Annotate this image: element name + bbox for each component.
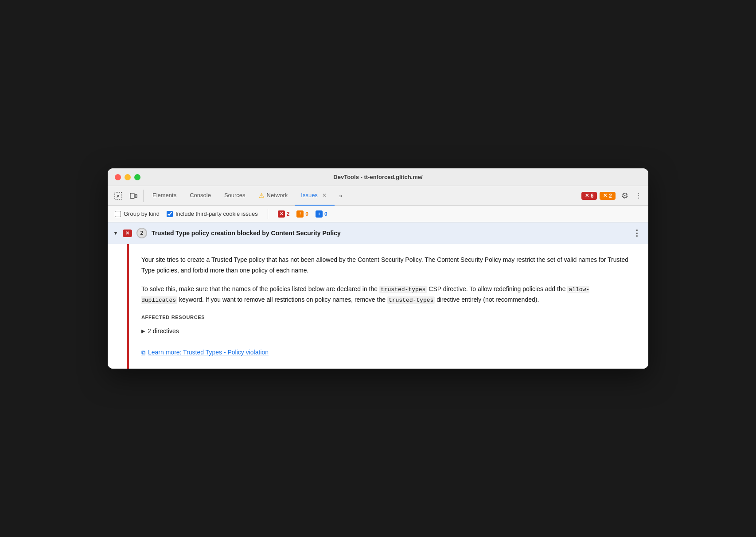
issue-description-2: To solve this, make sure that the names … xyxy=(141,284,634,305)
main-toolbar: Elements Console Sources ⚠ Network Issue… xyxy=(108,186,648,206)
group-by-kind-checkbox[interactable] xyxy=(115,211,121,217)
device-toggle-icon[interactable] xyxy=(126,189,140,203)
include-third-party-checkbox[interactable] xyxy=(167,211,173,217)
settings-icon[interactable]: ⚙ xyxy=(618,189,631,202)
tab-sources[interactable]: Sources xyxy=(218,186,252,206)
issue-count-badge: 2 xyxy=(136,228,147,238)
sub-toolbar-separator xyxy=(268,209,268,219)
close-button[interactable] xyxy=(115,174,121,180)
issue-error-badge: ✕ xyxy=(123,230,132,237)
tab-more[interactable]: » xyxy=(335,186,346,206)
title-bar: DevTools - tt-enforced.glitch.me/ xyxy=(108,168,648,186)
error-x-icon: ✕ xyxy=(125,230,129,236)
issue-content: Your site tries to create a Trusted Type… xyxy=(129,244,648,368)
sub-warning-badge[interactable]: ! 0 xyxy=(296,210,308,218)
affected-resources-title: AFFECTED RESOURCES xyxy=(141,313,634,322)
chevron-down-icon[interactable]: ▼ xyxy=(113,230,118,236)
sub-info-icon: i xyxy=(316,210,323,218)
error-badge[interactable]: ✕ 6 xyxy=(581,192,597,200)
inspector-icon[interactable] xyxy=(111,189,125,203)
tab-elements[interactable]: Elements xyxy=(146,186,183,206)
sub-warning-icon: ! xyxy=(296,210,304,218)
toolbar-divider xyxy=(143,190,144,202)
issue-body: Your site tries to create a Trusted Type… xyxy=(108,244,648,368)
learn-more-text: Learn more: Trusted Types - Policy viola… xyxy=(148,347,269,358)
warning-badge[interactable]: ✕ 2 xyxy=(600,192,616,200)
directives-label: 2 directives xyxy=(148,326,179,337)
window-title: DevTools - tt-enforced.glitch.me/ xyxy=(333,174,422,180)
content-area: ▼ ✕ 2 Trusted Type policy creation block… xyxy=(108,222,648,368)
include-third-party-label[interactable]: Include third-party cookie issues xyxy=(167,210,258,217)
window-buttons xyxy=(115,174,140,180)
code-trusted-types-2: trusted-types xyxy=(387,296,435,304)
issue-title: Trusted Type policy creation blocked by … xyxy=(152,230,626,237)
svg-rect-1 xyxy=(130,193,134,198)
svg-rect-2 xyxy=(135,195,137,198)
tab-console[interactable]: Console xyxy=(183,186,217,206)
issue-header[interactable]: ▼ ✕ 2 Trusted Type policy creation block… xyxy=(108,222,648,244)
maximize-button[interactable] xyxy=(134,174,140,180)
issue-more-button[interactable]: ⋮ xyxy=(631,227,643,239)
minimize-button[interactable] xyxy=(125,174,131,180)
warning-icon: ⚠ xyxy=(259,192,265,199)
sub-error-badge[interactable]: ✕ 2 xyxy=(278,210,290,218)
tab-issues[interactable]: Issues ✕ xyxy=(295,186,335,206)
error-icon: ✕ xyxy=(585,193,589,198)
tab-network[interactable]: ⚠ Network xyxy=(253,186,294,206)
code-trusted-types-1: trusted-types xyxy=(379,286,427,293)
devtools-window: DevTools - tt-enforced.glitch.me/ Elemen… xyxy=(108,168,648,368)
directives-arrow-icon: ▶ xyxy=(141,327,145,335)
warning-badge-icon: ✕ xyxy=(603,193,607,198)
sub-toolbar: Group by kind Include third-party cookie… xyxy=(108,206,648,222)
code-allow-duplicates: allow-duplicates xyxy=(141,286,589,304)
more-options-icon[interactable]: ⋮ xyxy=(632,190,645,202)
learn-more-link[interactable]: ⧉ Learn more: Trusted Types - Policy vio… xyxy=(141,347,634,358)
issue-description-1: Your site tries to create a Trusted Type… xyxy=(141,255,634,276)
directives-row[interactable]: ▶ 2 directives xyxy=(141,326,634,337)
sub-info-badge[interactable]: i 0 xyxy=(316,210,327,218)
affected-resources: AFFECTED RESOURCES ▶ 2 directives xyxy=(141,313,634,336)
sub-error-icon: ✕ xyxy=(278,210,285,218)
tab-issues-close[interactable]: ✕ xyxy=(320,191,328,199)
group-by-kind-label[interactable]: Group by kind xyxy=(115,210,160,217)
external-link-icon: ⧉ xyxy=(141,348,145,358)
